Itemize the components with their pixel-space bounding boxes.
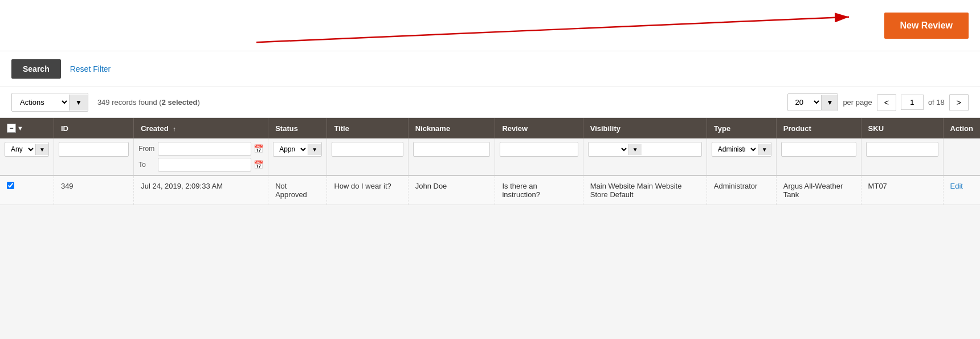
row-product: Argus All-Weather Tank [776, 175, 861, 205]
col-header-product: Product [776, 118, 861, 138]
table-row: 349 Jul 24, 2019, 2:09:33 AM Not Approve… [0, 175, 980, 205]
col-header-status: Status [268, 118, 327, 138]
row-review: Is there an instruction? [495, 175, 583, 205]
actions-dropdown-wrapper: Actions ▼ [11, 93, 88, 112]
row-checkbox-col [0, 175, 54, 205]
reviews-table: − ▼ ID Created ↑ Status Title Nickname R… [0, 118, 980, 205]
id-filter-input[interactable] [59, 142, 129, 157]
col-header-title: Title [327, 118, 408, 138]
checkbox-col-arrow[interactable]: ▼ [17, 125, 23, 132]
records-info: 349 records found (2 selected) [97, 98, 779, 107]
filter-title-col [327, 138, 408, 175]
from-label: From [138, 145, 156, 153]
row-status: Not Approved [268, 175, 327, 205]
review-filter-input[interactable] [500, 142, 578, 157]
page-input[interactable] [901, 95, 924, 110]
row-type: Administrator [707, 175, 776, 205]
status-filter-select[interactable]: Appro Approved Not Approved Pending [273, 142, 308, 156]
per-page-wrapper: 20 50 100 200 ▼ [787, 93, 838, 111]
col-header-id: ID [54, 118, 133, 138]
status-select-wrapper: Appro Approved Not Approved Pending ▼ [273, 142, 322, 157]
visibility-dropdown-button[interactable]: ▼ [628, 144, 642, 155]
sku-filter-input[interactable] [866, 142, 938, 157]
row-sku: MT07 [861, 175, 943, 205]
row-checkbox[interactable] [7, 182, 14, 189]
filter-type-col: Administr Administrator Customer ▼ [707, 138, 776, 175]
any-dropdown-button[interactable]: ▼ [35, 144, 48, 155]
created-sort-arrow: ↑ [173, 125, 176, 132]
per-page-label: per page [843, 98, 872, 107]
calendar-to-icon[interactable]: 📅 [254, 160, 263, 169]
col-header-nickname: Nickname [408, 118, 495, 138]
filter-visibility-col: ▼ [583, 138, 707, 175]
table-header-row: − ▼ ID Created ↑ Status Title Nickname R… [0, 118, 980, 138]
filter-checkbox-col: Any ▼ [0, 138, 54, 175]
visibility-select-wrapper: ▼ [588, 142, 702, 157]
type-select-wrapper: Administr Administrator Customer ▼ [712, 142, 771, 157]
col-header-type: Type [707, 118, 776, 138]
status-dropdown-button[interactable]: ▼ [308, 144, 321, 155]
per-page-dropdown-button[interactable]: ▼ [821, 95, 838, 110]
col-header-action: Action [943, 118, 980, 138]
row-id: 349 [54, 175, 133, 205]
filter-id-col [54, 138, 133, 175]
edit-link[interactable]: Edit [950, 182, 963, 190]
any-select-wrapper: Any ▼ [5, 142, 49, 157]
filter-product-col [776, 138, 861, 175]
col-header-sku: SKU [861, 118, 943, 138]
row-nickname: John Doe [408, 175, 495, 205]
new-review-button[interactable]: New Review [884, 13, 969, 39]
filter-review-col [495, 138, 583, 175]
visibility-filter-select[interactable] [589, 142, 628, 156]
type-filter-select[interactable]: Administr Administrator Customer [712, 142, 758, 156]
row-visibility: Main Website Main Website Store Default [583, 175, 707, 205]
col-header-review: Review [495, 118, 583, 138]
type-dropdown-button[interactable]: ▼ [758, 144, 771, 155]
row-action: Edit [943, 175, 980, 205]
prev-page-button[interactable]: < [877, 94, 896, 111]
select-all-minus[interactable]: − [7, 124, 16, 133]
reset-filter-link[interactable]: Reset Filter [70, 64, 111, 73]
filter-row: Any ▼ From 📅 To [0, 138, 980, 175]
col-header-visibility: Visibility [583, 118, 707, 138]
per-page-select[interactable]: 20 50 100 200 [788, 94, 821, 111]
product-filter-input[interactable] [781, 142, 856, 157]
col-header-created[interactable]: Created ↑ [134, 118, 268, 138]
actions-select[interactable]: Actions [12, 93, 69, 111]
title-filter-input[interactable] [332, 142, 403, 157]
filter-sku-col [861, 138, 943, 175]
filter-nickname-col [408, 138, 495, 175]
search-toolbar: Search Reset Filter [0, 51, 980, 87]
arrow-annotation [0, 0, 980, 51]
col-header-checkbox: − ▼ [0, 118, 54, 138]
top-bar: New Review [0, 0, 980, 51]
filter-status-col: Appro Approved Not Approved Pending ▼ [268, 138, 327, 175]
pagination: 20 50 100 200 ▼ per page < of 18 > [787, 93, 969, 111]
filter-action-col [943, 138, 980, 175]
svg-line-1 [256, 17, 849, 43]
date-from-input[interactable] [158, 142, 251, 156]
actions-dropdown-button[interactable]: ▼ [69, 95, 88, 111]
calendar-from-icon[interactable]: 📅 [254, 144, 263, 153]
filter-created-col: From 📅 To 📅 [134, 138, 268, 175]
actions-bar: Actions ▼ 349 records found (2 selected)… [0, 87, 980, 118]
total-pages: of 18 [928, 98, 945, 107]
next-page-button[interactable]: > [949, 94, 969, 111]
date-to-input[interactable] [158, 158, 251, 171]
row-title: How do I wear it? [327, 175, 408, 205]
row-created: Jul 24, 2019, 2:09:33 AM [134, 175, 268, 205]
nickname-filter-input[interactable] [413, 142, 491, 157]
search-button[interactable]: Search [11, 59, 61, 79]
any-select[interactable]: Any [5, 142, 35, 156]
to-label: To [138, 161, 156, 169]
